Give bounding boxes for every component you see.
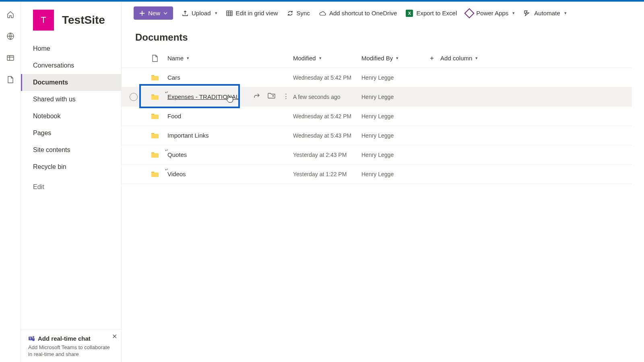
- modified-by-cell: Henry Legge: [361, 113, 430, 119]
- link-indicator-icon: ↵: [165, 167, 168, 172]
- folder-icon: [146, 74, 164, 81]
- folder-name-link[interactable]: Quotes: [167, 151, 187, 158]
- powerapps-icon: [464, 8, 475, 18]
- teams-promo: ✕ T Add real-time chat Add Microsoft Tea…: [21, 329, 121, 362]
- modified-cell: A few seconds ago: [293, 94, 361, 100]
- edit-grid-button[interactable]: Edit in grid view: [226, 10, 278, 16]
- add-column-button[interactable]: + Add column▾: [430, 54, 510, 62]
- row-select-circle[interactable]: [130, 93, 138, 101]
- folder-name-link[interactable]: Videos: [167, 171, 186, 177]
- folder-name-link[interactable]: Food: [167, 113, 181, 119]
- close-icon[interactable]: ✕: [112, 333, 117, 340]
- table-row[interactable]: ↵QuotesYesterday at 2:43 PMHenry Legge: [122, 145, 632, 165]
- nav-edit-button[interactable]: Edit: [21, 179, 121, 195]
- upload-button[interactable]: Upload▾: [182, 10, 217, 16]
- table-row[interactable]: ↵Expenses - TRADITIONAL⋮A few seconds ag…: [122, 87, 632, 107]
- table-row[interactable]: ↵VideosYesterday at 1:22 PMHenry Legge: [122, 165, 632, 184]
- promo-title: T Add real-time chat: [28, 335, 114, 342]
- plus-icon: [139, 10, 145, 16]
- power-apps-button[interactable]: Power Apps▾: [466, 10, 515, 17]
- modified-by-cell: Henry Legge: [361, 132, 430, 139]
- folder-icon: [146, 171, 164, 177]
- modified-by-cell: Henry Legge: [361, 152, 430, 158]
- link-indicator-icon: ↵: [165, 90, 168, 95]
- promo-desc: Add Microsoft Teams to collaborate in re…: [28, 344, 114, 358]
- share-icon[interactable]: [253, 93, 260, 101]
- home-icon[interactable]: [6, 10, 15, 19]
- folder-icon: [146, 94, 164, 100]
- modified-cell: Yesterday at 1:22 PM: [293, 171, 361, 177]
- sync-button[interactable]: Sync: [287, 10, 310, 16]
- excel-icon: X: [406, 10, 413, 17]
- folder-name-link[interactable]: Cars: [167, 74, 180, 81]
- table-row[interactable]: CarsWednesday at 5:42 PMHenry Legge: [122, 68, 632, 87]
- table-row[interactable]: FoodWednesday at 5:42 PMHenry Legge: [122, 107, 632, 126]
- column-name[interactable]: Name▾: [164, 55, 293, 62]
- site-header: T TestSite: [21, 2, 121, 38]
- table-row[interactable]: Important LinksWednesday at 5:43 PMHenry…: [122, 126, 632, 145]
- left-nav: T TestSite HomeConversationsDocumentsSha…: [21, 2, 122, 362]
- site-title[interactable]: TestSite: [62, 14, 105, 27]
- folder-icon: [146, 152, 164, 158]
- nav-item-shared-with-us[interactable]: Shared with us: [21, 91, 121, 108]
- list-icon[interactable]: [6, 53, 15, 63]
- chevron-down-icon: [163, 11, 167, 15]
- automate-icon: [524, 10, 531, 16]
- folder-name-link[interactable]: Important Links: [167, 132, 209, 139]
- more-actions-icon[interactable]: ⋮: [283, 93, 290, 101]
- nav-item-home[interactable]: Home: [21, 40, 121, 57]
- nav-item-recycle-bin[interactable]: Recycle bin: [21, 158, 121, 175]
- upload-icon: [182, 10, 188, 16]
- modified-cell: Yesterday at 2:43 PM: [293, 152, 361, 158]
- app-rail: [0, 2, 21, 362]
- svg-rect-1: [7, 56, 14, 60]
- command-bar: New Upload▾ Edit in grid view Sync Add s…: [122, 2, 644, 25]
- modified-by-cell: Henry Legge: [361, 171, 430, 177]
- onedrive-icon: [319, 10, 326, 16]
- site-logo[interactable]: T: [33, 10, 54, 31]
- globe-icon[interactable]: [6, 31, 15, 41]
- modified-cell: Wednesday at 5:42 PM: [293, 113, 361, 119]
- modified-cell: Wednesday at 5:42 PM: [293, 74, 361, 81]
- modified-by-cell: Henry Legge: [361, 94, 430, 100]
- folder-name-link[interactable]: Expenses - TRADITIONAL: [167, 93, 239, 100]
- svg-point-4: [33, 336, 34, 338]
- sync-icon: [287, 10, 293, 16]
- teams-icon: T: [28, 335, 35, 342]
- main-area: New Upload▾ Edit in grid view Sync Add s…: [122, 2, 644, 362]
- document-table: Name▾ Modified▾ Modified By▾ + Add colum…: [122, 49, 632, 184]
- new-button[interactable]: New: [134, 6, 173, 20]
- export-excel-button[interactable]: X Export to Excel: [406, 10, 457, 17]
- table-header: Name▾ Modified▾ Modified By▾ + Add colum…: [122, 49, 632, 68]
- svg-text:T: T: [29, 337, 31, 340]
- nav-item-conversations[interactable]: Conversations: [21, 57, 121, 74]
- nav-item-pages[interactable]: Pages: [21, 125, 121, 142]
- modified-cell: Wednesday at 5:43 PM: [293, 132, 361, 139]
- open-location-icon[interactable]: [268, 93, 276, 101]
- automate-button[interactable]: Automate▾: [524, 10, 566, 16]
- file-icon[interactable]: [6, 75, 15, 84]
- link-indicator-icon: ↵: [165, 148, 168, 152]
- nav-item-site-contents[interactable]: Site contents: [21, 142, 121, 158]
- filetype-column-icon[interactable]: [146, 55, 164, 62]
- nav-item-notebook[interactable]: Notebook: [21, 108, 121, 125]
- folder-icon: [146, 132, 164, 139]
- grid-icon: [226, 10, 233, 16]
- column-modified-by[interactable]: Modified By▾: [361, 55, 430, 62]
- list-title: Documents: [122, 25, 644, 49]
- folder-icon: [146, 113, 164, 119]
- column-modified[interactable]: Modified▾: [293, 55, 361, 62]
- site-nav: HomeConversationsDocumentsShared with us…: [21, 38, 121, 329]
- add-shortcut-button[interactable]: Add shortcut to OneDrive: [319, 10, 397, 16]
- modified-by-cell: Henry Legge: [361, 74, 430, 81]
- nav-item-documents[interactable]: Documents: [21, 74, 121, 91]
- svg-rect-5: [227, 11, 232, 16]
